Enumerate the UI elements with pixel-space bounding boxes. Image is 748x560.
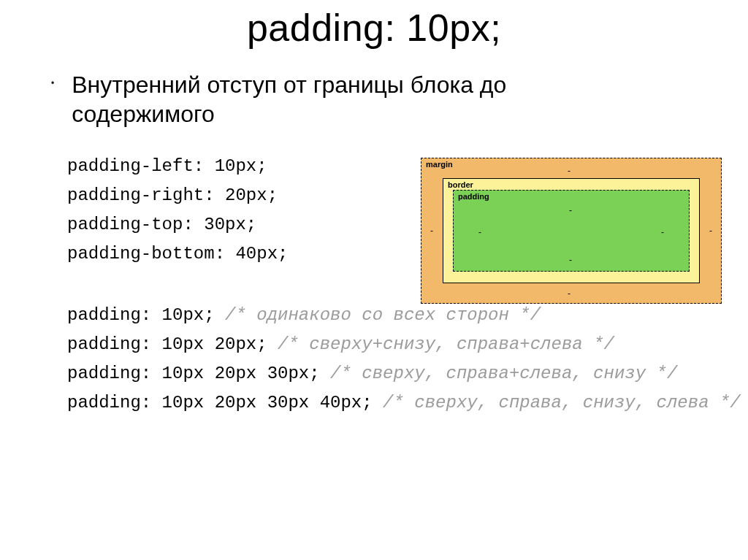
shorthand-block: padding: 10px; /* одинаково со всех стор… [0,301,748,418]
code-text: padding: 10px; [67,305,215,325]
bullet-dot: • [51,70,54,96]
code-line: padding: 10px 20px 30px 40px; /* сверху,… [67,388,748,418]
dash: - [709,226,712,236]
code-text: padding: 10px 20px; [67,334,267,354]
code-comment: /* одинаково со всех сторон */ [225,305,541,325]
code-comment: /* сверху, справа, снизу, слева */ [383,393,741,413]
border-label: border [448,180,473,189]
dash: - [430,226,433,236]
description-text: Внутренний отступ от границы блока до со… [72,70,524,129]
code-line: padding: 10px; /* одинаково со всех стор… [67,301,748,330]
margin-label: margin [426,160,453,169]
description-row: • Внутренний отступ от границы блока до … [0,70,748,129]
code-line: padding: 10px 20px; /* сверху+снизу, спр… [67,330,748,359]
box-model-diagram: margin - - - - border padding - - - - wi… [421,158,722,304]
code-line: padding: 10px 20px 30px; /* сверху, спра… [67,359,748,388]
code-text: padding: 10px 20px 30px; [67,364,320,383]
dash: - [568,288,570,299]
padding-label: padding [458,192,489,201]
dash: - [478,227,481,237]
padding-box: padding - - - - [453,190,690,272]
dash: - [568,166,570,176]
code-text: padding: 10px 20px 30px 40px; [67,393,373,413]
code-comment: /* сверху+снизу, справа+слева */ [278,334,614,354]
dash: - [569,255,572,265]
dash: - [569,205,572,215]
dash: - [661,227,664,237]
page-title: padding: 10px; [0,6,748,50]
code-comment: /* сверху, справа+слева, снизу */ [330,364,677,383]
